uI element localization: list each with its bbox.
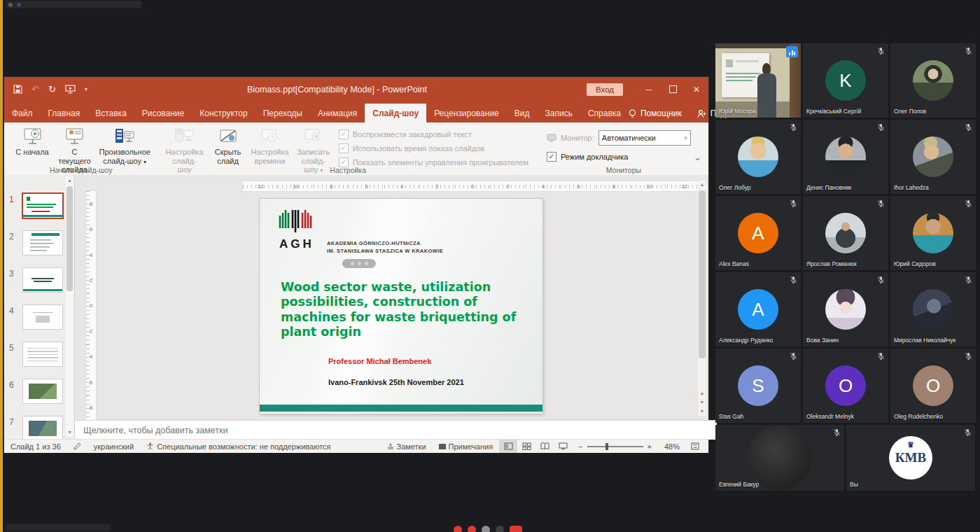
slide-thumbnail-6[interactable]: 6 — [4, 377, 74, 414]
participant-tile-Ihor Lahedza[interactable]: Ihor Lahedza — [890, 120, 976, 194]
taskbar-icon[interactable] — [510, 526, 522, 532]
tab-Слайд-шоу[interactable]: Слайд-шоу — [365, 104, 426, 122]
participant-tile-Александр Руданко[interactable]: AАлександр Руданко — [715, 272, 801, 346]
tab-Файл[interactable]: Файл — [4, 104, 41, 122]
collapse-ribbon-icon[interactable]: ⌄ — [694, 152, 701, 162]
checkbox-play-narrations[interactable]: ✓ Воспроизвести закадровый текст — [339, 130, 528, 139]
tab-Рецензирование[interactable]: Рецензирование — [426, 104, 507, 122]
close-button[interactable]: ✕ — [685, 77, 708, 102]
thumbnail-preview[interactable] — [22, 230, 63, 255]
scroll-up-icon[interactable]: ▲ — [698, 181, 706, 189]
zoom-percentage[interactable]: 48% — [658, 442, 686, 451]
zoom-in-button[interactable]: + — [648, 442, 658, 451]
slide-thumbnail-7[interactable]: 7 — [4, 414, 74, 439]
thumbnail-preview[interactable] — [22, 267, 63, 293]
accessibility-status[interactable]: Специальные возможности: не поддерживают… — [140, 442, 337, 451]
from-beginning-button[interactable]: С начала — [11, 125, 53, 158]
slideshow-view-button[interactable] — [554, 440, 572, 453]
slide-canvas[interactable]: AGH Akademia Górniczo-Hutnicza im. Stani… — [260, 199, 542, 414]
monitor-dropdown[interactable]: Автоматически ▾ — [598, 130, 691, 146]
pen-icon[interactable] — [67, 442, 88, 450]
participant-tile-Евгений Бакур[interactable]: Евгений Бакур — [715, 425, 844, 491]
thumbnail-preview[interactable] — [22, 304, 63, 330]
participant-tile-Юрий Сидоров[interactable]: Юрий Сидоров — [890, 196, 976, 270]
comments-toggle[interactable]: Примечания — [433, 442, 500, 451]
taskbar-icon[interactable] — [468, 526, 476, 532]
floating-meeting-controls[interactable] — [342, 259, 376, 268]
redo-icon[interactable]: ↻ — [48, 85, 56, 94]
scroll-down-icon[interactable]: ▼ — [698, 407, 706, 416]
participant-tile-Денис Пановник[interactable]: Денис Пановник — [803, 120, 888, 194]
avatar-initial: A — [738, 213, 778, 253]
setup-checkboxes: ✓ Воспроизвести закадровый текст ✓ Испол… — [336, 125, 534, 167]
thumbnail-preview[interactable] — [22, 342, 63, 367]
slide-counter[interactable]: Слайд 1 из 36 — [4, 442, 67, 451]
zoom-meeting-screen: ↶ ↻ ▾ Biomass.ppt[Compatibility Mode] - … — [0, 0, 980, 532]
reading-view-button[interactable] — [536, 440, 554, 453]
slideshow-icon[interactable] — [65, 85, 76, 94]
taskbar-icon[interactable] — [454, 526, 462, 532]
participant-tile-Stas Gah[interactable]: SStas Gah — [715, 349, 801, 423]
zoom-out-button[interactable]: − — [572, 442, 582, 451]
slide-thumbnail-4[interactable]: 4 — [4, 303, 74, 340]
participant-tile-Кречківський Сергій[interactable]: KКречківський Сергій — [803, 43, 888, 118]
hide-slide-button[interactable]: Скрыть слайд — [207, 125, 249, 167]
checkbox-presenter-view[interactable]: ✓ Режим докладчика — [547, 152, 628, 162]
slide-title[interactable]: Wood sector waste, utilization possibili… — [281, 280, 526, 340]
tab-Главная[interactable]: Главная — [41, 104, 88, 122]
thumbnail-preview[interactable] — [22, 416, 63, 439]
save-icon[interactable] — [13, 85, 22, 94]
tab-Конструктор[interactable]: Конструктор — [192, 104, 255, 122]
tab-Рисование[interactable]: Рисование — [134, 104, 192, 122]
slide-thumbnail-3[interactable]: 3 — [4, 266, 74, 302]
editor-scrollbar[interactable]: ▲ ▲ ▼ ▼ — [698, 181, 706, 416]
participant-tile-Alex Banas[interactable]: AAlex Banas — [715, 196, 801, 270]
slide-sorter-view-button[interactable] — [517, 440, 536, 453]
language-indicator[interactable]: украинский — [88, 442, 140, 451]
tab-Справка[interactable]: Справка — [580, 104, 629, 122]
previous-slide-icon[interactable]: ▲ — [698, 389, 706, 398]
tab-Анимация[interactable]: Анимация — [310, 104, 365, 122]
minimize-button[interactable]: ─ — [637, 77, 661, 102]
notes-pane[interactable]: Щелкните, чтобы добавить заметки — [75, 420, 717, 440]
normal-view-button[interactable] — [499, 440, 517, 453]
zoom-slider-thumb[interactable] — [606, 443, 608, 450]
slide-thumbnail-1[interactable]: 1 — [4, 192, 74, 228]
taskbar-icons[interactable] — [454, 526, 522, 532]
participant-tile-Вова Занин[interactable]: Вова Занин — [803, 272, 888, 346]
participant-tile-Олег Попов[interactable]: Олег Попов — [890, 43, 976, 118]
checkbox-use-timings[interactable]: ✓ Использовать время показа слайдов — [339, 144, 528, 153]
participant-tile-Мирослав Николайчук[interactable]: Мирослав Николайчук — [890, 272, 976, 346]
signin-button[interactable]: Вход — [587, 83, 623, 96]
ruler-tick-label: 0 — [86, 293, 96, 318]
slide-venue[interactable]: Ivano-Frankivsk 25th November 2021 — [328, 378, 464, 386]
taskbar-icon[interactable] — [496, 526, 504, 532]
zoom-slider[interactable] — [587, 446, 643, 447]
titlebar[interactable]: ↶ ↻ ▾ Biomass.ppt[Compatibility Mode] - … — [4, 77, 708, 102]
participant-tile-Олег Лобур[interactable]: Олег Лобур — [715, 120, 801, 194]
tab-Вид[interactable]: Вид — [507, 104, 538, 122]
thumbnail-preview[interactable] — [22, 192, 64, 219]
scroll-up-icon[interactable]: ▲ — [66, 176, 74, 185]
slide-thumbnail-2[interactable]: 2 — [4, 229, 74, 265]
tab-Запись[interactable]: Запись — [538, 104, 580, 122]
maximize-button[interactable] — [661, 77, 685, 102]
next-slide-icon[interactable]: ▼ — [698, 398, 706, 407]
custom-slideshow-button[interactable]: Произвольное слайд-шоу ▾ — [96, 125, 153, 167]
slide-thumbnail-5[interactable]: 5 — [4, 340, 74, 377]
participant-tile-Юрій Мосора[interactable]: Юрій Мосора — [715, 43, 801, 118]
participant-tile-Вы[interactable]: ♛КМВВы — [846, 425, 975, 491]
notes-toggle[interactable]: Заметки — [381, 442, 433, 451]
participant-tile-Oleksandr Melnyk[interactable]: OOleksandr Melnyk — [803, 349, 888, 423]
fit-to-window-button[interactable] — [686, 440, 704, 453]
assistant-item[interactable]: Помощник — [629, 108, 682, 118]
quick-access-toolbar: ↶ ↻ ▾ — [4, 85, 88, 94]
tab-Вставка[interactable]: Вставка — [88, 104, 134, 122]
thumbnail-preview[interactable] — [22, 379, 63, 404]
tab-Переходы[interactable]: Переходы — [255, 104, 310, 122]
slide-author[interactable]: Professor Michał Bembenek — [328, 357, 431, 365]
participant-tile-Oleg Rudelchenko[interactable]: OOleg Rudelchenko — [890, 349, 976, 423]
scrollbar-thumb[interactable] — [699, 190, 706, 358]
participant-tile-Ярослав Романюк[interactable]: Ярослав Романюк — [803, 196, 888, 270]
taskbar-icon[interactable] — [482, 526, 490, 532]
